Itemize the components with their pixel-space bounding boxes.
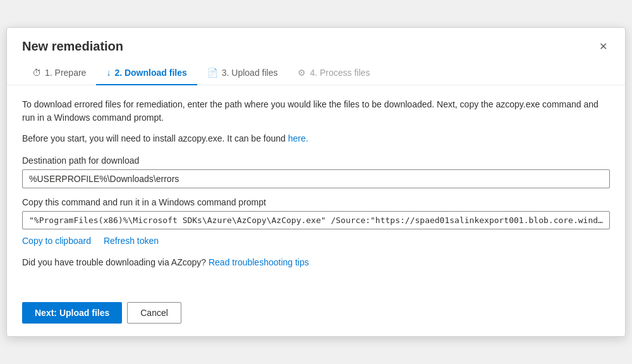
tab-download[interactable]: ↓ 2. Download files	[96, 63, 197, 85]
trouble-note: Did you have trouble downloading via AZc…	[22, 256, 610, 269]
tabs-container: ⏱ 1. Prepare ↓ 2. Download files 📄 3. Up…	[7, 55, 625, 85]
tab-prepare[interactable]: ⏱ 1. Prepare	[22, 63, 96, 85]
tab-upload[interactable]: 📄 3. Upload files	[197, 63, 288, 85]
action-links: Copy to clipboard Refresh token	[22, 236, 610, 246]
destination-label: Destination path for download	[22, 155, 610, 166]
troubleshooting-link[interactable]: Read troubleshooting tips	[209, 257, 309, 267]
azcopy-note-prefix: Before you start, you will need to insta…	[22, 133, 288, 143]
tab-download-label: 2. Download files	[114, 68, 186, 78]
close-button[interactable]: ✕	[597, 38, 610, 55]
dialog-footer: Next: Upload files Cancel	[7, 294, 625, 336]
dialog-header: New remediation ✕	[7, 28, 625, 55]
description-text: To download errored files for remediatio…	[22, 98, 610, 124]
upload-icon: 📄	[207, 68, 218, 78]
dialog-title: New remediation	[22, 39, 123, 54]
next-button[interactable]: Next: Upload files	[22, 302, 122, 324]
tab-prepare-label: 1. Prepare	[45, 68, 86, 78]
tab-process: ⚙ 4. Process files	[288, 63, 380, 85]
azcopy-link[interactable]: here.	[288, 133, 308, 143]
copy-to-clipboard-link[interactable]: Copy to clipboard	[22, 236, 91, 246]
dialog-body: To download errored files for remediatio…	[7, 85, 625, 294]
refresh-token-link[interactable]: Refresh token	[104, 236, 159, 246]
process-icon: ⚙	[298, 68, 306, 78]
new-remediation-dialog: New remediation ✕ ⏱ 1. Prepare ↓ 2. Down…	[6, 27, 626, 337]
azcopy-note: Before you start, you will need to insta…	[22, 132, 610, 145]
command-input[interactable]	[22, 211, 610, 229]
download-icon: ↓	[106, 68, 111, 78]
prepare-icon: ⏱	[32, 68, 41, 78]
destination-input[interactable]	[22, 169, 610, 188]
cancel-button[interactable]: Cancel	[127, 302, 181, 324]
tab-upload-label: 3. Upload files	[222, 68, 278, 78]
trouble-prefix: Did you have trouble downloading via AZc…	[22, 257, 209, 267]
tab-process-label: 4. Process files	[310, 68, 370, 78]
command-label: Copy this command and run it in a Window…	[22, 197, 610, 207]
